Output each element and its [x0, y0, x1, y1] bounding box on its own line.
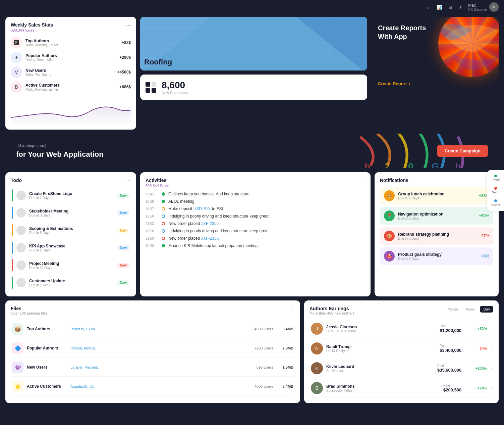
stat-icon-popular-authors: ✈	[11, 52, 22, 63]
files-list: 📦 Top Authors ReactJs, HTML 4600 Users 5…	[11, 320, 295, 396]
svg-text:0: 0	[408, 161, 413, 169]
cust-icon-2	[152, 82, 156, 87]
roofing-image: Roofing	[140, 17, 367, 70]
todo-color-3	[12, 224, 13, 236]
tab-month[interactable]: Month	[444, 306, 461, 313]
user-avatar[interactable]: M	[489, 2, 499, 12]
todo-avatar-1	[16, 191, 26, 200]
todo-badge-3: New	[117, 228, 129, 233]
svg-text:b: b	[455, 161, 461, 169]
weekly-sales-menu[interactable]: ⋯	[125, 21, 131, 29]
dot-4	[162, 215, 165, 218]
file-icon-4: ⭐	[12, 381, 23, 392]
todo-menu[interactable]: ⋯	[126, 178, 131, 183]
author-kevin: K Kevin Leonard Art Director Paid $35,60…	[310, 359, 493, 378]
author-avatar-1: J	[311, 323, 323, 335]
campaign-text: 【biqubiqu.com】 for Your Web Application	[16, 143, 104, 159]
author-change-1: +52%	[470, 327, 487, 331]
tab-week[interactable]: Week	[463, 306, 479, 313]
dot-1	[162, 192, 165, 196]
customers-label: New Customers	[162, 91, 188, 95]
svg-text:G: G	[432, 161, 439, 169]
campaign-banner: 【biqubiqu.com】 for Your Web Application …	[5, 134, 499, 168]
author-chevron-3[interactable]: ›	[490, 366, 492, 371]
file-icon-2: 🔷	[12, 342, 23, 354]
stat-info-top-authors: Top Authors Mark, Rowling, Esther	[25, 39, 118, 47]
panel-item-prebu[interactable]: Prebu	[490, 173, 501, 184]
main-content: Weekly Sales Stats 890,344 Sales ⋯ 🅿 Top…	[0, 14, 504, 409]
sun-icon[interactable]: ☀	[457, 4, 464, 10]
tab-day[interactable]: Day	[480, 306, 493, 313]
activity-link-2[interactable]: #XF-2356.	[201, 221, 220, 226]
todo-card: Todo ⋯ Create FireStone Logo Due in 2 Da…	[5, 172, 136, 296]
file-item-popular-authors: 🔷 Popular Authors Python, MySQL 7200 Use…	[11, 339, 295, 358]
grid-icon[interactable]: ⊞	[447, 4, 453, 10]
activity-link-3[interactable]: #XF-2356.	[201, 236, 220, 241]
activity-4: 16:50 Indulging in poorly driving and ke…	[146, 214, 365, 219]
author-chevron-4[interactable]: ›	[490, 385, 492, 391]
todo-avatar-3	[16, 226, 26, 235]
activities-list: 08:42 Outlines keep you honest. And keep…	[146, 192, 365, 248]
todo-list: Create FireStone Logo Due in 2 Days New …	[11, 187, 131, 291]
todo-item-firestone: Create FireStone Logo Due in 2 Days New	[11, 187, 131, 204]
svg-text:2: 2	[385, 161, 390, 169]
todo-badge-1: New	[117, 193, 129, 198]
right-panel: Prebu Get H Buy N	[487, 170, 504, 211]
stat-icon-new-users: V	[11, 66, 22, 78]
activities-menu[interactable]: ⋯	[361, 180, 365, 185]
stat-icon-active-customers: B	[11, 81, 22, 93]
roofing-section: Roofing 8,600 New Customers	[140, 17, 367, 130]
notif-icon-2: 📍	[384, 210, 395, 221]
todo-avatar-2	[16, 208, 26, 218]
panel-dot-3	[494, 199, 497, 202]
todo-avatar-6	[16, 278, 26, 287]
create-report-link[interactable]: Create Report ›	[378, 81, 492, 86]
dot-6	[162, 229, 165, 233]
author-chevron-1[interactable]: ›	[490, 326, 492, 331]
author-avatar-4: B	[311, 382, 323, 394]
stat-top-authors: 🅿 Top Authors Mark, Rowling, Esther +82$	[11, 37, 131, 48]
campaign-subtitle: 【biqubiqu.com】	[16, 143, 104, 149]
author-natali: N Natali Trump UI/UX Designer Paid $3,40…	[310, 339, 493, 358]
file-icon-3: 👾	[12, 362, 23, 373]
customers-icon-grid	[146, 82, 156, 93]
sales-chart	[11, 97, 131, 124]
authors-subtitle: More than 400 new authors	[310, 311, 354, 315]
cust-icon-4	[152, 88, 156, 93]
stats-list: 🅿 Top Authors Mark, Rowling, Esther +82$…	[11, 37, 131, 93]
todo-item-scoping: Scoping & Estimations Due in 5 Days New	[11, 222, 131, 239]
file-item-new-users: 👾 New Users Laravel, Metronic 890 Users …	[11, 358, 295, 377]
files-menu[interactable]: ⋯	[290, 308, 295, 313]
panel-dot-2	[494, 187, 497, 190]
weekly-sales-card: Weekly Sales Stats 890,344 Sales ⋯ 🅿 Top…	[5, 17, 136, 130]
todo-avatar-4	[16, 243, 26, 252]
author-chevron-2[interactable]: ›	[490, 346, 492, 351]
panel-item-buyn[interactable]: Buy N	[490, 197, 501, 208]
notif-item-2: 📍 Navigation optimization Due in 2 Days …	[380, 207, 493, 225]
chart-icon[interactable]: 📊	[436, 4, 443, 10]
todo-item-stakeholder: Stakeholder Meeting Due in 3 Days New	[11, 204, 131, 221]
notifications-card: Notifications ⋯ 🍔 Group lunch celebratio…	[375, 172, 499, 296]
todo-badge-5: New	[117, 263, 129, 268]
author-avatar-3: K	[311, 362, 323, 374]
activity-link-1[interactable]: USD 700.	[193, 206, 211, 211]
search-icon[interactable]: ⌕	[425, 4, 432, 10]
user-info: Max UX Designer M	[468, 2, 499, 12]
author-change-4: +28%	[470, 386, 487, 390]
activity-1: 08:42 Outlines keep you honest. And keep…	[146, 192, 365, 196]
notif-icon-1: 🍔	[384, 190, 395, 201]
dot-8	[162, 244, 165, 247]
notif-list: 🍔 Group lunch celebration Due in 2 Days …	[380, 187, 493, 265]
authors-title: Authors Earnings	[310, 306, 354, 311]
activity-7: 21:03 New order placed #XF-2356.	[146, 236, 365, 241]
weekly-sales-subtitle: 890,344 Sales	[11, 28, 131, 32]
notif-value-3: -27%	[480, 234, 489, 238]
notifications-title: Notifications	[380, 178, 408, 183]
activity-6: 16:50 Indulging in poorly driving and ke…	[146, 229, 365, 233]
notif-item-3: 🎨 Rebrand strategy planning Due in 5 Day…	[380, 227, 493, 245]
todo-badge-4: New	[117, 245, 129, 250]
panel-item-geth[interactable]: Get H	[490, 185, 501, 196]
author-change-3: +230%	[470, 366, 487, 370]
notif-value-4: +8%	[481, 254, 489, 258]
create-campaign-button[interactable]: Create Campaign	[437, 145, 488, 157]
